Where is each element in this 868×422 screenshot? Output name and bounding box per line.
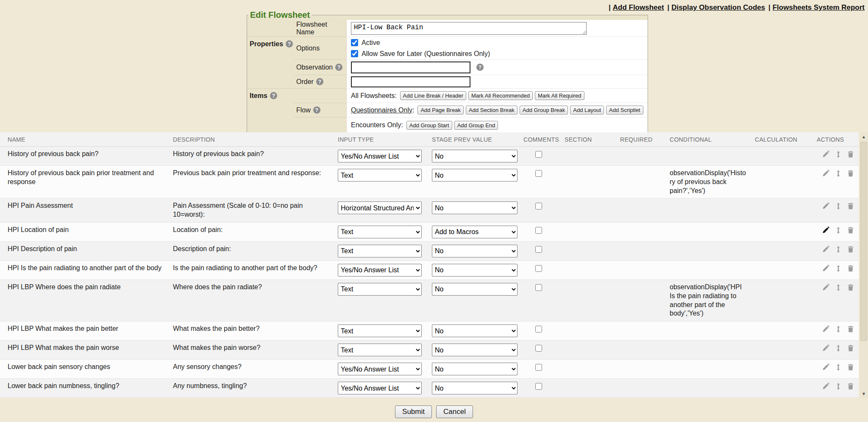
all-flowsheets-button[interactable]: Add Line Break / Header: [400, 91, 466, 100]
move-icon[interactable]: [835, 202, 842, 210]
input-type-select[interactable]: Yes/No Answer List: [338, 363, 422, 375]
questionnaires-button[interactable]: Add Page Break: [417, 106, 464, 115]
delete-icon[interactable]: [847, 202, 854, 210]
delete-icon[interactable]: [847, 170, 854, 177]
stage-prev-value-select[interactable]: No: [432, 169, 517, 182]
all-flowsheets-button[interactable]: Mark All Required: [535, 91, 584, 100]
delete-icon[interactable]: [847, 246, 854, 253]
edit-icon[interactable]: [822, 363, 829, 371]
all-flowsheets-button[interactable]: Mark All Recommended: [468, 91, 533, 100]
move-icon[interactable]: [835, 226, 842, 234]
properties-help-icon[interactable]: ?: [286, 40, 293, 48]
observation-label: Observation: [296, 64, 333, 71]
scroll-up-arrow-icon[interactable]: ▲: [860, 132, 868, 141]
comments-checkbox[interactable]: [535, 383, 542, 390]
input-type-select[interactable]: Yes/No Answer List: [338, 150, 422, 162]
edit-icon[interactable]: [822, 344, 829, 352]
stage-prev-value-select[interactable]: No: [432, 201, 517, 214]
input-type-select[interactable]: Yes/No Answer List: [338, 264, 422, 277]
move-icon[interactable]: [835, 383, 842, 390]
delete-icon[interactable]: [847, 151, 854, 158]
edit-icon[interactable]: [822, 325, 829, 333]
delete-icon[interactable]: [847, 363, 854, 371]
comments-checkbox[interactable]: [535, 203, 542, 210]
input-type-select[interactable]: Text: [338, 245, 422, 257]
items-help-icon[interactable]: ?: [270, 92, 277, 99]
questionnaires-button[interactable]: Add Section Break: [466, 106, 517, 115]
delete-icon[interactable]: [847, 383, 854, 390]
move-icon[interactable]: [835, 265, 842, 272]
flow-help-icon[interactable]: ?: [313, 106, 320, 114]
stage-prev-value-select[interactable]: No: [432, 245, 517, 257]
stage-prev-value-select[interactable]: No: [432, 363, 517, 375]
option-checkbox[interactable]: [351, 39, 358, 46]
scrollbar-thumb[interactable]: [860, 142, 867, 341]
questionnaires-button[interactable]: Add Group Break: [520, 106, 568, 115]
questionnaires-button[interactable]: Add Scriptlet: [606, 106, 643, 115]
stage-prev-value-select[interactable]: No: [432, 150, 517, 162]
edit-icon[interactable]: [822, 226, 829, 234]
encounters-button[interactable]: Add Group End: [454, 121, 498, 130]
observation-help-icon[interactable]: ?: [335, 64, 342, 71]
edit-icon[interactable]: [822, 246, 829, 253]
input-type-select[interactable]: Horizontal Structured Ans: [338, 201, 422, 214]
comments-checkbox[interactable]: [535, 364, 542, 371]
move-icon[interactable]: [835, 246, 842, 253]
stage-prev-value-select[interactable]: No: [432, 344, 517, 356]
input-type-select[interactable]: Text: [338, 344, 422, 356]
nav-link[interactable]: Display Observation Codes: [671, 3, 765, 11]
order-input[interactable]: [351, 76, 470, 87]
comments-checkbox[interactable]: [535, 284, 542, 291]
edit-icon[interactable]: [822, 202, 829, 210]
edit-icon[interactable]: [822, 284, 829, 291]
encounters-button[interactable]: Add Group Start: [406, 121, 452, 130]
move-icon[interactable]: [835, 170, 842, 177]
move-icon[interactable]: [835, 344, 842, 352]
edit-icon[interactable]: [822, 383, 829, 390]
comments-checkbox[interactable]: [535, 326, 542, 333]
questionnaires-button[interactable]: Add Layout: [570, 106, 604, 115]
comments-checkbox[interactable]: [535, 170, 542, 177]
move-icon[interactable]: [835, 151, 842, 158]
input-type-select[interactable]: Text: [338, 283, 422, 296]
delete-icon[interactable]: [847, 265, 854, 272]
cancel-button[interactable]: Cancel: [436, 405, 473, 418]
vertical-scrollbar[interactable]: ▲ ▼: [860, 132, 868, 398]
flowsheet-name-input[interactable]: [351, 22, 587, 35]
stage-prev-value-select[interactable]: Add to Macros: [432, 226, 517, 238]
item-actions: [813, 379, 859, 398]
move-icon[interactable]: [835, 363, 842, 371]
item-section: [561, 279, 617, 321]
edit-icon[interactable]: [822, 170, 829, 177]
edit-icon[interactable]: [822, 151, 829, 158]
observation-input[interactable]: [351, 61, 470, 73]
stage-prev-value-select[interactable]: No: [432, 324, 517, 337]
item-conditional: [666, 341, 751, 360]
comments-checkbox[interactable]: [535, 345, 542, 352]
stage-prev-value-select[interactable]: No: [432, 283, 517, 296]
order-help-icon[interactable]: ?: [316, 78, 323, 85]
nav-link[interactable]: Flowsheets System Report: [773, 3, 865, 11]
observation-field-help-icon[interactable]: ?: [476, 64, 484, 71]
delete-icon[interactable]: [847, 284, 854, 291]
input-type-select[interactable]: Text: [338, 324, 422, 337]
option-checkbox[interactable]: [351, 50, 358, 57]
delete-icon[interactable]: [847, 325, 854, 333]
comments-checkbox[interactable]: [535, 151, 542, 158]
move-icon[interactable]: [835, 284, 842, 291]
stage-prev-value-select[interactable]: No: [432, 264, 517, 277]
move-icon[interactable]: [835, 325, 842, 333]
comments-checkbox[interactable]: [535, 246, 542, 253]
input-type-select[interactable]: Text: [338, 169, 422, 182]
comments-checkbox[interactable]: [535, 227, 542, 234]
submit-button[interactable]: Submit: [395, 405, 432, 418]
item-conditional: [666, 379, 751, 398]
edit-icon[interactable]: [822, 265, 829, 272]
comments-checkbox[interactable]: [535, 265, 542, 272]
scroll-down-arrow-icon[interactable]: ▼: [860, 389, 868, 398]
delete-icon[interactable]: [847, 226, 854, 234]
input-type-select[interactable]: Text: [338, 226, 422, 238]
input-type-select[interactable]: Yes/No Answer List: [338, 382, 422, 394]
stage-prev-value-select[interactable]: No: [432, 382, 517, 394]
delete-icon[interactable]: [847, 344, 854, 352]
